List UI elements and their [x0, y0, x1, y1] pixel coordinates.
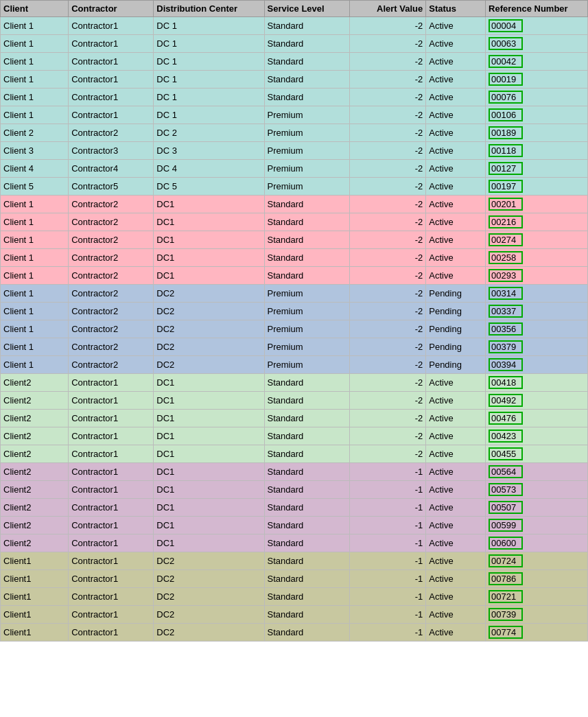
cell-status: Active [426, 445, 486, 463]
cell-client: Client2 [1, 392, 69, 410]
cell-client: Client 1 [1, 231, 69, 249]
cell-alert: -1 [349, 624, 426, 642]
cell-client: Client1 [1, 588, 69, 606]
cell-ref: 00118 [486, 142, 588, 160]
ref-badge: 00216 [489, 215, 523, 228]
cell-client: Client2 [1, 427, 69, 445]
cell-ref: 00774 [486, 624, 588, 642]
cell-alert: -1 [349, 481, 426, 499]
table-row: Client2Contractor1DC1Standard-1Active005… [1, 481, 588, 499]
cell-client: Client 1 [1, 303, 69, 320]
cell-client: Client 1 [1, 213, 69, 231]
cell-service: Standard [264, 231, 349, 249]
cell-status: Active [426, 481, 486, 499]
ref-badge: 00418 [489, 376, 523, 389]
cell-alert: -1 [349, 570, 426, 588]
cell-ref: 00599 [486, 517, 588, 534]
cell-dc: DC1 [154, 445, 264, 463]
cell-ref: 00106 [486, 106, 588, 124]
cell-service: Standard [264, 463, 349, 481]
cell-ref: 00063 [486, 35, 588, 53]
cell-client: Client 1 [1, 267, 69, 285]
cell-ref: 00189 [486, 124, 588, 142]
table-row: Client 1Contractor1DC 1Standard-2Active0… [1, 71, 588, 89]
cell-client: Client 1 [1, 356, 69, 374]
cell-service: Standard [264, 213, 349, 231]
cell-dc: DC2 [154, 570, 264, 588]
cell-alert: -2 [349, 178, 426, 196]
cell-status: Active [426, 213, 486, 231]
header-contractor: Contractor [69, 1, 154, 17]
ref-badge: 00314 [489, 287, 523, 300]
header-alert: Alert Value [349, 1, 426, 17]
table-row: Client 1Contractor2DC1Standard-2Active00… [1, 196, 588, 213]
cell-contractor: Contractor2 [69, 303, 154, 320]
cell-alert: -2 [349, 267, 426, 285]
cell-service: Premium [264, 320, 349, 338]
cell-service: Premium [264, 160, 349, 178]
table-row: Client 5Contractor5DC 5Premium-2Active00… [1, 178, 588, 196]
header-dc: Distribution Center [154, 1, 264, 17]
cell-dc: DC1 [154, 267, 264, 285]
cell-status: Active [426, 106, 486, 124]
cell-service: Premium [264, 285, 349, 303]
cell-dc: DC 1 [154, 106, 264, 124]
table-row: Client2Contractor1DC1Standard-1Active006… [1, 534, 588, 552]
cell-status: Active [426, 231, 486, 249]
cell-status: Active [426, 588, 486, 606]
ref-badge: 00274 [489, 233, 523, 246]
cell-contractor: Contractor1 [69, 463, 154, 481]
cell-ref: 00356 [486, 320, 588, 338]
cell-client: Client 1 [1, 249, 69, 267]
cell-alert: -2 [349, 106, 426, 124]
cell-alert: -1 [349, 606, 426, 624]
cell-client: Client 3 [1, 142, 69, 160]
cell-dc: DC1 [154, 517, 264, 534]
cell-service: Standard [264, 196, 349, 213]
cell-alert: -2 [349, 89, 426, 106]
cell-ref: 00476 [486, 410, 588, 427]
ref-badge: 00724 [489, 554, 523, 567]
cell-service: Standard [264, 534, 349, 552]
cell-status: Active [426, 249, 486, 267]
cell-dc: DC 4 [154, 160, 264, 178]
cell-client: Client 1 [1, 338, 69, 356]
cell-status: Active [426, 17, 486, 35]
cell-dc: DC2 [154, 285, 264, 303]
cell-dc: DC1 [154, 392, 264, 410]
cell-contractor: Contractor1 [69, 588, 154, 606]
table-row: Client1Contractor1DC2Standard-1Active007… [1, 624, 588, 642]
ref-badge: 00573 [489, 483, 523, 496]
cell-client: Client2 [1, 481, 69, 499]
cell-client: Client2 [1, 374, 69, 392]
cell-client: Client 1 [1, 35, 69, 53]
cell-contractor: Contractor1 [69, 106, 154, 124]
cell-client: Client 1 [1, 89, 69, 106]
cell-dc: DC1 [154, 213, 264, 231]
cell-dc: DC2 [154, 588, 264, 606]
table-row: Client1Contractor1DC2Standard-1Active007… [1, 570, 588, 588]
table-row: Client2Contractor1DC1Standard-1Active005… [1, 463, 588, 481]
cell-status: Active [426, 89, 486, 106]
cell-dc: DC 2 [154, 124, 264, 142]
cell-status: Active [426, 53, 486, 71]
cell-ref: 00455 [486, 445, 588, 463]
cell-contractor: Contractor1 [69, 624, 154, 642]
table-row: Client2Contractor1DC1Standard-2Active004… [1, 410, 588, 427]
cell-service: Standard [264, 374, 349, 392]
table-row: Client 3Contractor3DC 3Premium-2Active00… [1, 142, 588, 160]
ref-badge: 00492 [489, 394, 523, 407]
ref-badge: 00600 [489, 537, 523, 550]
table-row: Client 1Contractor1DC 1Standard-2Active0… [1, 35, 588, 53]
table-row: Client1Contractor1DC2Standard-1Active007… [1, 606, 588, 624]
cell-dc: DC1 [154, 463, 264, 481]
cell-alert: -2 [349, 160, 426, 178]
cell-service: Standard [264, 570, 349, 588]
cell-ref: 00201 [486, 196, 588, 213]
cell-service: Premium [264, 106, 349, 124]
cell-ref: 00721 [486, 588, 588, 606]
cell-contractor: Contractor2 [69, 338, 154, 356]
cell-client: Client 4 [1, 160, 69, 178]
cell-service: Standard [264, 89, 349, 106]
header-service: Service Level [264, 1, 349, 17]
